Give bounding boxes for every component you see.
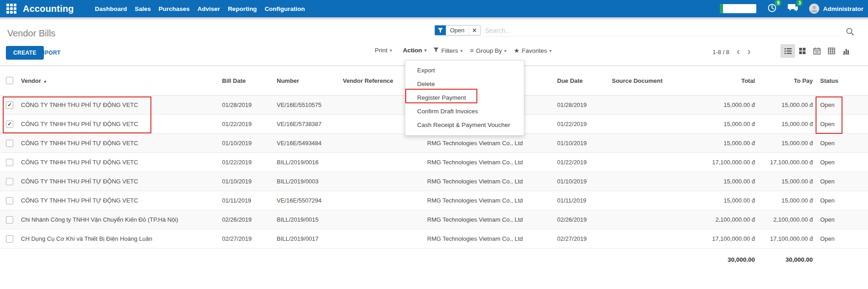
column-header-due-date[interactable]: Due Date (556, 77, 611, 84)
search-input[interactable] (485, 27, 840, 34)
search-facet-open[interactable]: Open ✕ (434, 25, 480, 35)
cell-partner: RMG Technologies Vietnam Co., Ltd (426, 197, 556, 204)
cell-number: BILL/2019/0017 (276, 235, 342, 242)
user-menu[interactable]: Administrator (809, 4, 863, 14)
checkbox-cell: ✓ (0, 121, 20, 128)
table-row[interactable]: CÔNG TY TNHH THU PHÍ TỰ ĐỘNG VETC 01/22/… (0, 153, 868, 172)
cell-due-date: 01/11/2019 (556, 197, 611, 204)
calendar-view-button[interactable] (810, 44, 824, 58)
favorites-menu-button[interactable]: ★ Favorites ▾ (514, 47, 552, 54)
cell-total: 15,000.00 đ (698, 140, 757, 147)
column-header-vendor[interactable]: Vendor▲ (20, 77, 221, 84)
top-navbar: Accounting DashboardSalesPurchasesAdvise… (0, 0, 868, 17)
pager-range: 1-8 / 8 (713, 49, 729, 56)
cell-vendor: Chi Nhánh Công ty TNHH Vận Chuyển Kiến Đ… (20, 216, 221, 223)
cell-vendor: CÔNG TY TNHH THU PHÍ TỰ ĐỘNG VETC (20, 197, 221, 204)
avatar (809, 4, 819, 14)
pager-next-button[interactable]: › (747, 47, 750, 56)
cell-number: BILL/2019/0003 (276, 178, 342, 185)
table-row[interactable]: CÔNG TY TNHH THU PHÍ TỰ ĐỘNG VETC 01/11/… (0, 191, 868, 210)
cell-vendor: CÔNG TY TNHH THU PHÍ TỰ ĐỘNG VETC (20, 101, 221, 108)
select-all-checkbox[interactable] (6, 77, 13, 84)
checkbox-cell (0, 197, 20, 204)
row-checkbox[interactable] (6, 235, 13, 243)
action-item-confirm-draft-invoices[interactable]: Confirm Draft Invoices (405, 104, 524, 118)
table-row[interactable]: CH Dụng Cụ Cơ Khí và Thiết Bị Điện Hoàng… (0, 229, 868, 248)
filters-menu-button[interactable]: Filters ▾ (433, 47, 463, 54)
row-checkbox[interactable] (6, 197, 13, 204)
table-row[interactable]: CÔNG TY TNHH THU PHÍ TỰ ĐỘNG VETC 01/10/… (0, 134, 868, 153)
action-item-register-payment[interactable]: Register Payment (405, 91, 524, 104)
action-menu-button[interactable]: Action ▾ (403, 47, 427, 54)
cell-due-date: 01/28/2019 (556, 101, 611, 108)
import-button[interactable]: IMPORT (38, 46, 61, 60)
action-item-export[interactable]: Export (405, 63, 524, 77)
column-header-source-document[interactable]: Source Document (611, 77, 698, 84)
column-header-to-pay[interactable]: To Pay (757, 77, 815, 84)
to-pay-sum: 30,000.00 (757, 256, 815, 263)
cell-partner: RMG Technologies Vietnam Co., Ltd (426, 216, 556, 223)
cell-total: 15,000.00 đ (698, 101, 757, 108)
cell-due-date: 01/10/2019 (556, 178, 611, 185)
chevron-down-icon: ▾ (460, 48, 463, 53)
cell-due-date: 01/22/2019 (556, 159, 611, 166)
column-header-total[interactable]: Total (698, 77, 757, 84)
menu-adviser[interactable]: Adviser (197, 5, 220, 12)
view-switcher (780, 44, 853, 58)
checkbox-cell (0, 235, 20, 243)
select-all-cell (0, 77, 20, 84)
menu-purchases[interactable]: Purchases (159, 5, 190, 12)
column-header-bill-date[interactable]: Bill Date (221, 77, 276, 84)
print-menu-button[interactable]: Print ▾ (375, 47, 392, 54)
cell-partner: RMG Technologies Vietnam Co., Ltd (426, 178, 556, 185)
checkbox-cell: ✓ (0, 101, 20, 109)
table-footer-row: 30,000.00 30,000.00 (0, 248, 868, 270)
menu-reporting[interactable]: Reporting (228, 5, 257, 12)
cell-to-pay: 2,100,000.00 đ (757, 216, 815, 223)
cell-bill-date: 01/10/2019 (221, 178, 276, 185)
menu-sales[interactable]: Sales (135, 5, 151, 12)
cell-to-pay: 15,000.00 đ (757, 101, 815, 108)
facet-remove-icon[interactable]: ✕ (469, 25, 480, 35)
graph-view-button[interactable] (839, 44, 853, 58)
pivot-view-button[interactable] (824, 44, 839, 58)
action-item-cash-receipt-payment-voucher[interactable]: Cash Receipt & Payment Voucher (405, 118, 524, 132)
row-checkbox[interactable] (6, 140, 13, 147)
kanban-view-button[interactable] (795, 44, 810, 58)
row-checkbox[interactable] (6, 159, 13, 166)
row-checkbox[interactable]: ✓ (6, 121, 13, 128)
row-checkbox[interactable] (6, 216, 13, 223)
list-view-button[interactable] (780, 44, 795, 58)
table-row[interactable]: Chi Nhánh Công ty TNHH Vận Chuyển Kiến Đ… (0, 210, 868, 229)
activities-button[interactable]: 9 (767, 3, 777, 15)
cell-partner: RMG Technologies Vietnam Co., Ltd (426, 159, 556, 166)
pager-previous-button[interactable]: ‹ (737, 47, 740, 56)
cell-to-pay: 15,000.00 đ (757, 197, 815, 204)
column-header-status[interactable]: Status (815, 77, 850, 84)
row-checkbox[interactable]: ✓ (6, 101, 13, 109)
cell-due-date: 01/10/2019 (556, 140, 611, 147)
cell-to-pay: 17,100,000.00 đ (757, 159, 815, 166)
cell-partner: RMG Technologies Vietnam Co., Ltd (426, 235, 556, 242)
cell-status: Open (815, 101, 850, 108)
menu-configuration[interactable]: Configuration (264, 5, 305, 12)
timer-widget[interactable] (720, 4, 756, 13)
pager: 1-8 / 8 ‹ › (713, 47, 751, 56)
search-icon[interactable] (846, 27, 854, 38)
messages-button[interactable]: 3 (788, 3, 798, 15)
cell-total: 17,100,000.00 đ (698, 235, 757, 242)
group-by-menu-label: Group By (476, 47, 502, 54)
action-item-delete[interactable]: Delete (405, 77, 524, 91)
app-name[interactable]: Accounting (23, 4, 74, 14)
menu-dashboard[interactable]: Dashboard (95, 5, 127, 12)
apps-menu-icon[interactable] (6, 4, 16, 14)
cell-to-pay: 17,100,000.00 đ (757, 235, 815, 242)
cell-bill-date: 01/11/2019 (221, 197, 276, 204)
row-checkbox[interactable] (6, 178, 13, 185)
group-by-menu-button[interactable]: ≡ Group By ▾ (470, 47, 506, 54)
chevron-down-icon: ▾ (504, 48, 506, 53)
column-header-number[interactable]: Number (276, 77, 342, 84)
checkbox-cell (0, 159, 20, 166)
star-icon: ★ (514, 47, 520, 54)
table-row[interactable]: CÔNG TY TNHH THU PHÍ TỰ ĐỘNG VETC 01/10/… (0, 172, 868, 191)
